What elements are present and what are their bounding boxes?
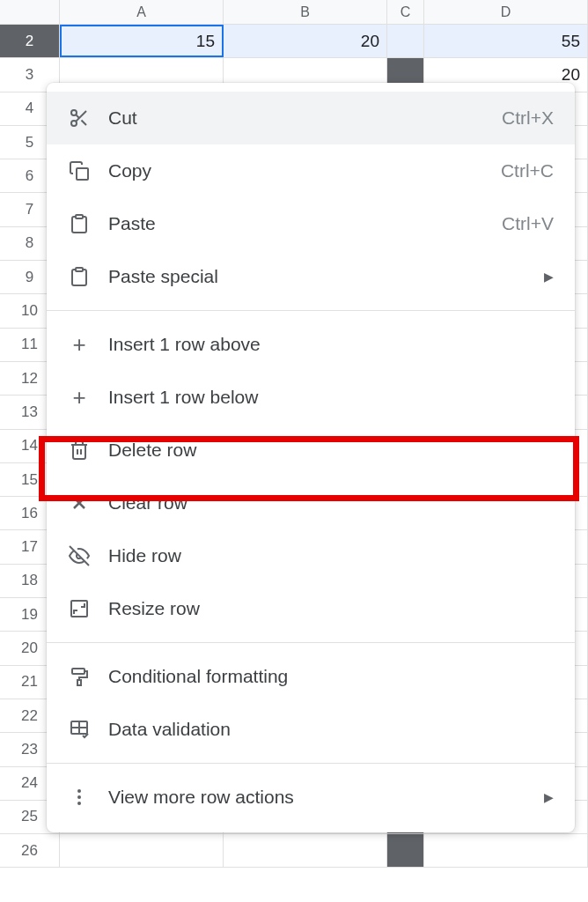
more-vertical-icon bbox=[68, 786, 91, 809]
menu-resize-row[interactable]: Resize row bbox=[47, 582, 575, 635]
cell-c2[interactable] bbox=[387, 25, 424, 57]
menu-paste-label: Paste bbox=[108, 213, 502, 234]
col-header-c[interactable]: C bbox=[387, 0, 424, 24]
trash-icon bbox=[68, 439, 91, 462]
menu-copy-label: Copy bbox=[108, 160, 501, 181]
menu-delete-row[interactable]: Delete row bbox=[47, 424, 575, 477]
menu-cut[interactable]: Cut Ctrl+X bbox=[47, 92, 575, 144]
menu-divider bbox=[47, 763, 575, 764]
row-26: 26 bbox=[0, 834, 588, 868]
row-header-2[interactable]: 2 bbox=[0, 25, 60, 57]
paint-roller-icon bbox=[68, 665, 91, 688]
svg-point-0 bbox=[71, 110, 77, 115]
menu-paste[interactable]: Paste Ctrl+V bbox=[47, 197, 575, 250]
menu-view-more-label: View more row actions bbox=[108, 787, 544, 808]
menu-divider bbox=[47, 642, 575, 643]
data-validation-icon bbox=[68, 718, 91, 741]
svg-rect-6 bbox=[76, 215, 83, 218]
menu-insert-above[interactable]: + Insert 1 row above bbox=[47, 318, 575, 371]
cell-b2[interactable]: 20 bbox=[224, 25, 387, 57]
plus-icon: + bbox=[68, 333, 91, 356]
menu-copy[interactable]: Copy Ctrl+C bbox=[47, 144, 575, 197]
col-header-a[interactable]: A bbox=[60, 0, 224, 24]
menu-data-validation[interactable]: Data validation bbox=[47, 703, 575, 756]
menu-conditional-formatting-label: Conditional formatting bbox=[108, 666, 554, 687]
menu-conditional-formatting[interactable]: Conditional formatting bbox=[47, 650, 575, 703]
resize-icon bbox=[68, 597, 91, 620]
submenu-arrow-icon: ▶ bbox=[544, 270, 554, 284]
paste-special-icon bbox=[68, 265, 91, 288]
col-header-d[interactable]: D bbox=[424, 0, 588, 24]
menu-insert-below[interactable]: + Insert 1 row below bbox=[47, 371, 575, 424]
menu-clear-row-label: Clear row bbox=[108, 492, 554, 514]
menu-view-more[interactable]: View more row actions ▶ bbox=[47, 771, 575, 824]
menu-insert-above-label: Insert 1 row above bbox=[108, 334, 554, 355]
svg-rect-5 bbox=[77, 168, 88, 180]
menu-paste-special-label: Paste special bbox=[108, 266, 544, 287]
submenu-arrow-icon: ▶ bbox=[544, 790, 554, 804]
menu-cut-shortcut: Ctrl+X bbox=[502, 107, 554, 129]
svg-line-4 bbox=[76, 115, 79, 118]
menu-insert-below-label: Insert 1 row below bbox=[108, 387, 554, 408]
cell-a2[interactable]: 15 bbox=[60, 25, 224, 57]
corner-cell[interactable] bbox=[0, 0, 60, 24]
close-icon bbox=[68, 492, 91, 514]
svg-rect-13 bbox=[71, 601, 87, 617]
menu-divider bbox=[47, 310, 575, 311]
menu-cut-label: Cut bbox=[108, 107, 502, 129]
svg-rect-15 bbox=[77, 680, 81, 685]
cut-icon bbox=[68, 107, 91, 129]
eye-off-icon bbox=[68, 544, 91, 567]
menu-paste-special[interactable]: Paste special ▶ bbox=[47, 250, 575, 303]
menu-clear-row[interactable]: Clear row bbox=[47, 477, 575, 529]
row-2: 2 15 20 55 bbox=[0, 25, 588, 58]
context-menu: Cut Ctrl+X Copy Ctrl+C Paste Ctrl+V Past… bbox=[47, 83, 575, 832]
svg-rect-14 bbox=[72, 669, 85, 674]
cell-d2[interactable]: 55 bbox=[424, 25, 588, 57]
menu-delete-row-label: Delete row bbox=[108, 440, 554, 461]
menu-hide-row-label: Hide row bbox=[108, 545, 554, 566]
col-header-b[interactable]: B bbox=[224, 0, 387, 24]
menu-data-validation-label: Data validation bbox=[108, 719, 554, 740]
menu-copy-shortcut: Ctrl+C bbox=[501, 160, 554, 181]
menu-resize-row-label: Resize row bbox=[108, 598, 554, 619]
menu-paste-shortcut: Ctrl+V bbox=[502, 213, 554, 234]
paste-icon bbox=[68, 212, 91, 235]
menu-hide-row[interactable]: Hide row bbox=[47, 529, 575, 582]
row-header-26[interactable]: 26 bbox=[0, 834, 60, 867]
column-headers: A B C D bbox=[0, 0, 588, 25]
copy-icon bbox=[68, 159, 91, 182]
svg-point-1 bbox=[71, 121, 77, 126]
svg-line-3 bbox=[81, 120, 86, 125]
plus-icon: + bbox=[68, 386, 91, 409]
svg-rect-7 bbox=[76, 268, 83, 271]
